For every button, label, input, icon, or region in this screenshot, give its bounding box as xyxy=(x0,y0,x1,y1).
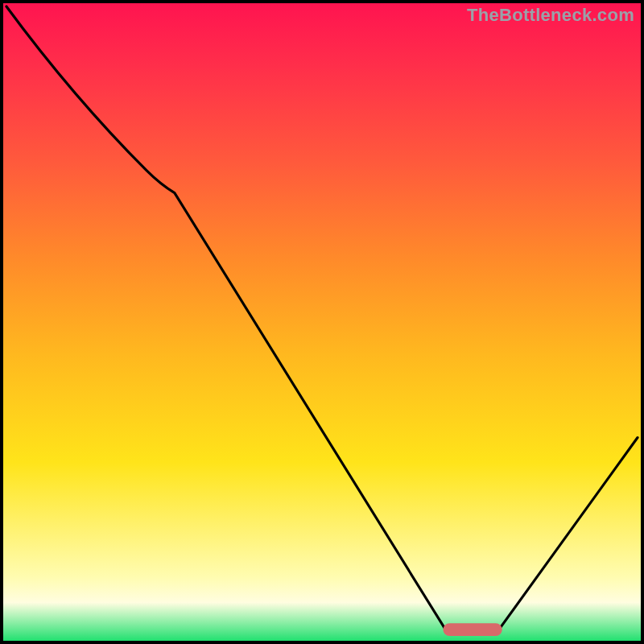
bottleneck-curve xyxy=(6,6,638,630)
optimal-marker xyxy=(443,623,502,636)
chart-svg xyxy=(3,3,641,641)
chart-frame: TheBottleneck.com xyxy=(0,0,644,644)
